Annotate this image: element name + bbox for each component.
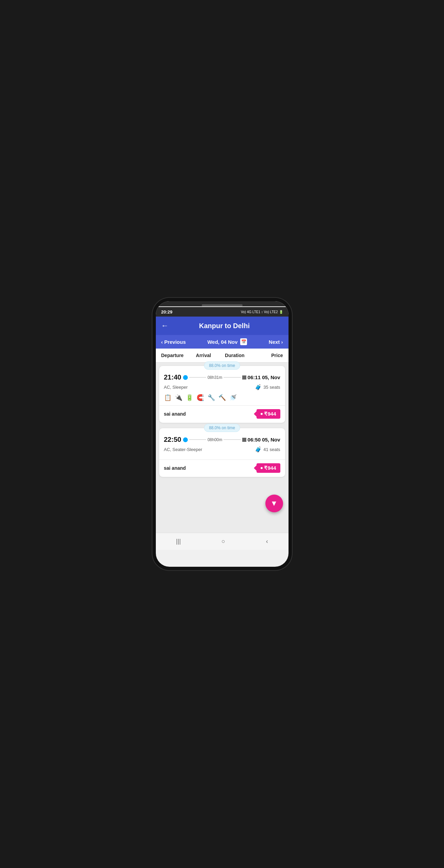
bus-card[interactable]: 88.0% on time 21:40 08h31m 06:11 05, Nov… xyxy=(159,366,285,423)
wifi-icon: 📋 xyxy=(164,394,171,401)
price-tag: ₹944 xyxy=(257,463,280,473)
menu-button[interactable]: ||| xyxy=(176,538,181,545)
line-dur: 08h00m xyxy=(189,437,241,442)
departure-header: Departure xyxy=(161,353,196,358)
arrival-header: Arrival xyxy=(196,353,225,358)
bus-list: 88.0% on time 21:40 08h31m 06:11 05, Nov… xyxy=(156,363,289,533)
arrival-dot xyxy=(242,375,246,380)
status-time: 20:29 xyxy=(161,309,172,315)
home-button[interactable]: ○ xyxy=(221,538,225,545)
price-dot xyxy=(261,467,263,469)
previous-button[interactable]: ‹ Previous xyxy=(161,339,186,345)
seats-info: 🧳 41 seats xyxy=(255,446,280,453)
time-row: 21:40 08h31m 06:11 05, Nov xyxy=(164,373,280,381)
arrival-time: 06:50 05, Nov xyxy=(248,437,280,443)
back-button[interactable]: ← xyxy=(161,321,169,330)
next-button[interactable]: Next › xyxy=(269,339,283,345)
departure-time: 21:40 xyxy=(164,373,182,381)
time-row: 22:50 08h00m 06:50 05, Nov xyxy=(164,436,280,444)
page-title: Kanpur to Delhi xyxy=(174,322,275,330)
departure-dot xyxy=(183,437,188,442)
amenities-row: 📋 🔌 🔋 🧲 🔧 🔨 🚿 xyxy=(164,394,280,401)
network-icons: Vo) 4G LTE1 ↕ Vo) LTE2 xyxy=(241,310,278,314)
bus-card[interactable]: 88.0% on time 22:50 08h00m 06:50 05, Nov… xyxy=(159,428,285,477)
charging-icon: 🔌 xyxy=(175,394,182,401)
snack-icon: 🔧 xyxy=(208,394,215,401)
operator-name: sai anand xyxy=(164,411,186,417)
bus-type: AC, Seater-Sleeper xyxy=(164,447,202,452)
plug-icon: 🔋 xyxy=(186,394,193,401)
price-header: Price xyxy=(257,353,283,358)
seats-count: 41 seats xyxy=(263,447,280,452)
bottom-nav-bar: ||| ○ ‹ xyxy=(156,533,289,550)
date-text: Wed, 04 Nov xyxy=(207,339,237,345)
calendar-icon[interactable]: 📅 xyxy=(240,338,247,345)
price-dot xyxy=(261,413,263,415)
price-value: ₹944 xyxy=(264,411,276,417)
seat-icon: 🧳 xyxy=(255,384,262,390)
seats-info: 🧳 35 seats xyxy=(255,384,280,390)
water-icon: 🔨 xyxy=(218,394,226,401)
duration-text: 08h00m xyxy=(206,437,224,442)
operator-price-row: sai anand ₹944 xyxy=(164,463,280,473)
price-value: ₹944 xyxy=(264,465,276,471)
arrival-time: 06:11 05, Nov xyxy=(248,374,280,380)
card-divider xyxy=(159,405,285,406)
filter-icon: ▼ xyxy=(270,499,278,508)
bus-type-row: AC, Sleeper 🧳 35 seats xyxy=(164,384,280,390)
back-nav-button[interactable]: ‹ xyxy=(266,538,268,545)
operator-name: sai anand xyxy=(164,465,186,471)
card-divider xyxy=(159,460,285,460)
date-display: Wed, 04 Nov 📅 xyxy=(207,338,247,345)
phone-frame: 20:29 Vo) 4G LTE1 ↕ Vo) LTE2 🔋 ← Kanpur … xyxy=(156,301,289,567)
departure-time: 22:50 xyxy=(164,436,182,444)
line-right xyxy=(224,377,241,378)
departure-dot xyxy=(183,375,188,380)
operator-price-row: sai anand ₹944 xyxy=(164,409,280,419)
date-nav-bar: ‹ Previous Wed, 04 Nov 📅 Next › xyxy=(156,335,289,349)
notch xyxy=(202,304,243,306)
status-icons: Vo) 4G LTE1 ↕ Vo) LTE2 🔋 xyxy=(241,310,283,314)
pillow-icon: 🚿 xyxy=(229,394,237,401)
on-time-badge: 88.0% on time xyxy=(204,361,240,370)
arrival-dot xyxy=(242,438,246,442)
bus-type-row: AC, Seater-Sleeper 🧳 41 seats xyxy=(164,446,280,453)
on-time-badge: 88.0% on time xyxy=(204,424,240,432)
column-headers: Departure Arrival Duration Price xyxy=(156,349,289,363)
status-bar: 20:29 Vo) 4G LTE1 ↕ Vo) LTE2 🔋 xyxy=(156,307,289,317)
line-left xyxy=(189,439,206,440)
seat-icon: 🧳 xyxy=(255,446,262,453)
blanket-icon: 🧲 xyxy=(197,394,204,401)
battery-icon: 🔋 xyxy=(279,310,283,314)
line-right xyxy=(224,439,241,440)
filter-fab[interactable]: ▼ xyxy=(265,495,283,512)
app-header: ← Kanpur to Delhi xyxy=(156,317,289,335)
line-dur: 08h31m xyxy=(189,375,241,380)
duration-header: Duration xyxy=(225,353,257,358)
line-left xyxy=(189,377,206,378)
price-tag: ₹944 xyxy=(257,409,280,419)
seats-count: 35 seats xyxy=(263,385,280,390)
duration-text: 08h31m xyxy=(206,375,224,380)
bus-type: AC, Sleeper xyxy=(164,385,188,390)
